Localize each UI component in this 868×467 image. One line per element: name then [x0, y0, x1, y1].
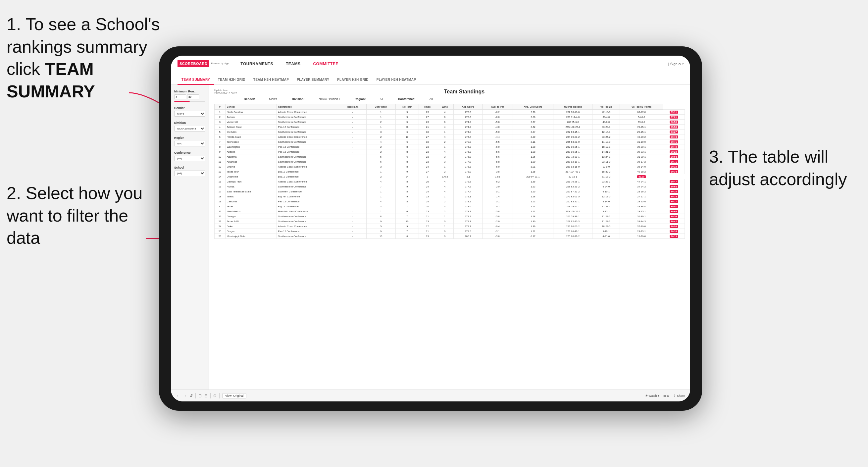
table-row: 2AuburnSoutheastern Conference-19276273.…: [215, 115, 685, 120]
tab-team-h2h-heatmap[interactable]: TEAM H2H HEATMAP: [249, 78, 293, 85]
table-cell: 269 92-40-3: [553, 219, 592, 224]
tab-player-h2h-heatmap[interactable]: PLAYER H2H HEATMAP: [373, 78, 420, 85]
share-icon[interactable]: ⊡: [198, 394, 202, 398]
table-row: 8WashingtonPac-12 Conference-28231276.3-…: [215, 145, 685, 149]
table-cell: 266 59-39-1: [553, 214, 592, 219]
table-cell: 9: [396, 110, 418, 115]
table-cell: 1.85: [513, 169, 553, 174]
table-cell: 276.9: [453, 179, 482, 184]
table-cell: 269 59-41-1: [553, 204, 592, 209]
col-conf-rank: Conf Rank: [366, 104, 396, 110]
slider-track: [174, 101, 205, 102]
table-cell: 54-6-0: [620, 115, 663, 120]
table-cell: 8: [396, 164, 418, 169]
sign-out-link[interactable]: | Sign out: [668, 62, 684, 66]
table-cell: 8: [215, 145, 225, 149]
nav-teams[interactable]: TEAMS: [284, 62, 302, 66]
update-time: Update time: 27/03/2024 16:56:26: [214, 89, 237, 95]
table-cell: -: [339, 219, 366, 224]
table-cell: 273.6: [453, 115, 482, 120]
table-cell: 2: [366, 174, 396, 179]
col-adj-score: Adj. Score: [453, 104, 482, 110]
table-cell: 6: [396, 139, 418, 145]
filter-school-select[interactable]: (All): [174, 170, 205, 176]
table-cell: 27: [418, 134, 436, 139]
table-cell: 3: [436, 159, 454, 164]
table-cell: 2: [436, 199, 454, 204]
clock-icon[interactable]: ⊙: [213, 394, 217, 398]
tab-player-summary[interactable]: PLAYER SUMMARY: [293, 78, 333, 85]
table-cell: 37-30-0: [620, 224, 663, 229]
share-button[interactable]: ⇧ Share: [673, 394, 685, 398]
table-cell: Southeastern Conference: [277, 184, 339, 189]
tab-team-summary[interactable]: TEAM SUMMARY: [178, 78, 214, 85]
col-conference: Conference: [277, 104, 339, 110]
table-cell: 2.52: [513, 125, 553, 129]
table-row: 10AlabamaSoutheastern Conference-5623327…: [215, 154, 685, 159]
table-cell: -6.2: [483, 179, 513, 184]
table-cell: North Carolina: [225, 110, 277, 115]
filter-conference-section: Conference (All): [174, 151, 205, 161]
table-cell: Big Ten Conference: [277, 194, 339, 199]
table-cell: 267 87-21-2: [553, 189, 592, 194]
table-header-row: # School Conference Reg Rank Conf Rank N…: [215, 104, 685, 110]
table-cell: 279.7: [453, 224, 482, 229]
table-cell: -: [339, 164, 366, 169]
table-cell: 0: [436, 229, 454, 234]
filter-minimum-label: Minimum Rou...: [174, 90, 205, 93]
filter-division-select[interactable]: NCAA Division I NCAA Division II NCAA Di…: [174, 126, 205, 131]
table-cell: 80.54: [663, 214, 685, 219]
logo: SCOREBOARD: [178, 60, 209, 67]
filter-conference-select[interactable]: (All): [174, 156, 205, 161]
view-original-button[interactable]: View: Original: [222, 393, 246, 399]
table-cell: 8: [396, 179, 418, 184]
table-cell: 4: [436, 179, 454, 184]
table-cell: -: [339, 204, 366, 209]
table-cell: -: [339, 159, 366, 164]
col-school: School: [225, 104, 277, 110]
table-cell: 15: [215, 179, 225, 184]
tab-team-h2h-grid[interactable]: TEAM H2H GRID: [214, 78, 249, 85]
table-cell: 209 97-21-1: [513, 174, 553, 179]
filter-minimum-range: [174, 94, 205, 99]
table-cell: -: [339, 179, 366, 184]
watch-icon[interactable]: 👁 Watch ▾: [645, 394, 659, 398]
back-icon[interactable]: ←: [176, 394, 180, 398]
table-cell: 276.9: [453, 154, 482, 159]
table-cell: 9: [396, 184, 418, 189]
table-cell: 1: [436, 129, 454, 134]
table-cell: 24: [418, 199, 436, 204]
filter-min-input[interactable]: [174, 94, 186, 99]
table-cell: 1: [366, 194, 396, 199]
table-cell: 217 72-30-1: [553, 154, 592, 159]
table-cell: 7: [396, 214, 418, 219]
table-cell: 5: [215, 129, 225, 134]
table-cell: 43-23-1: [592, 125, 620, 129]
table-cell: 1.53: [513, 199, 553, 204]
nav-committee[interactable]: COMMITTEE: [312, 62, 340, 66]
table-row: 16FloridaSoutheastern Conference-7924427…: [215, 184, 685, 189]
table-cell: 23-16-2: [620, 189, 663, 194]
table-cell: 4: [436, 189, 454, 194]
table-cell: Southeastern Conference: [277, 219, 339, 224]
tablet-screen: SCOREBOARD Powered by clippi TOURNAMENTS…: [171, 56, 690, 401]
reload-icon[interactable]: ↺: [189, 394, 193, 398]
table-cell: 7: [396, 229, 418, 234]
table-cell: 80.42: [663, 219, 685, 224]
table-cell: 1.98: [513, 149, 553, 154]
table-cell: 275.7: [453, 134, 482, 139]
forward-icon[interactable]: →: [183, 394, 187, 398]
table-cell: 2: [366, 120, 396, 125]
filter-region-select[interactable]: N/A All: [174, 141, 205, 146]
table-cell: 80.16: [663, 189, 685, 194]
nav-tournaments[interactable]: TOURNAMENTS: [239, 62, 275, 66]
table-cell: -5.6: [483, 149, 513, 154]
filter-max-input[interactable]: [187, 94, 199, 99]
table-cell: 24: [418, 189, 436, 194]
filter-gender-select[interactable]: Men's Women's: [174, 111, 205, 117]
tab-player-h2h-grid[interactable]: PLAYER H2H GRID: [333, 78, 373, 85]
table-cell: 33-38-4: [620, 204, 663, 209]
table-cell: 80.49: [663, 145, 685, 149]
add-icon[interactable]: ⊞: [204, 394, 208, 398]
table-cell: 80.64: [663, 209, 685, 214]
